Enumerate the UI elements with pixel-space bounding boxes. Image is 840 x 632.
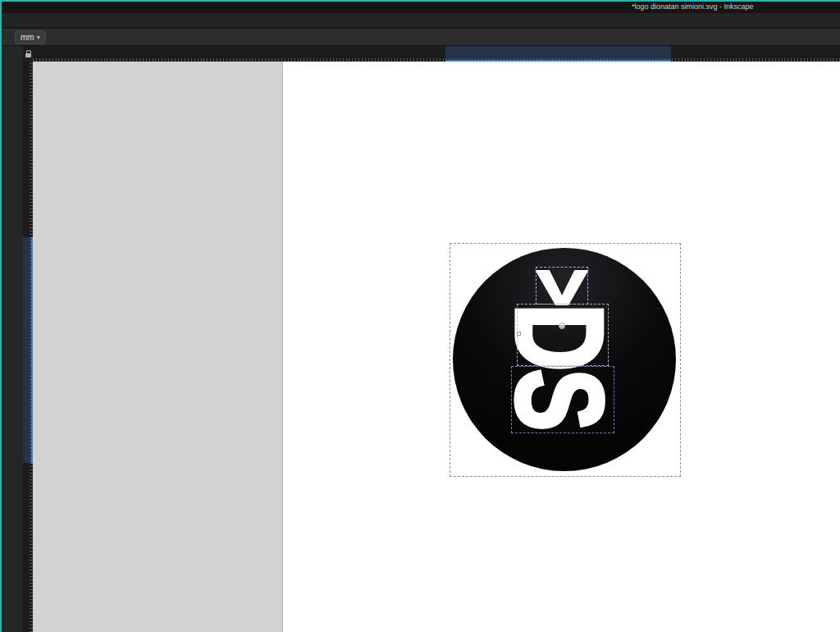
selection-bounding-box [450,243,681,477]
ruler-selection-highlight-vertical [23,237,33,463]
menubar [2,13,840,28]
node-handle[interactable] [517,332,521,336]
ruler-corner[interactable] [23,46,33,62]
lock-guides-icon [25,53,31,57]
unit-label: mm [21,33,34,42]
outside-page-area[interactable] [33,62,283,632]
titlebar[interactable]: *logo dionatan simioni.svg - Inkscape [0,2,840,13]
toolbox [2,46,23,632]
unit-dropdown[interactable]: mm ▾ [15,30,46,44]
ruler-selection-highlight-horizontal [445,46,671,62]
selection-toolbar: mm ▾ [2,29,840,46]
inkscape-window: *logo dionatan simioni.svg - Inkscape mm… [0,0,840,632]
ruler-vertical[interactable] [23,62,33,632]
window-border-left [0,0,2,632]
window-title: *logo dionatan simioni.svg - Inkscape [632,2,754,11]
chevron-down-icon: ▾ [37,34,40,41]
ruler-horizontal[interactable] [33,46,840,62]
canvas[interactable]: V DS [33,62,840,632]
window-border-top [0,0,840,2]
gradient-center-handle[interactable] [559,323,565,329]
